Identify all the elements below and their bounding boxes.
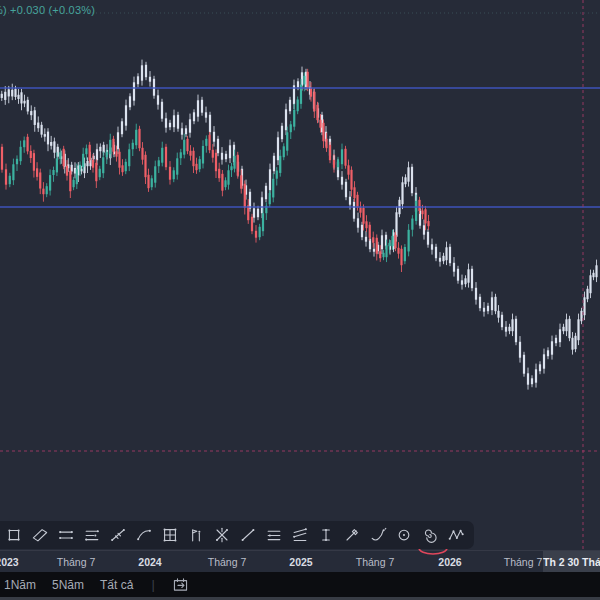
tool-rectangle-button[interactable] [4, 524, 24, 546]
flat-channel-icon [82, 525, 102, 545]
axis-label-2025: 2025 [289, 551, 312, 573]
drawing-toolbar [0, 521, 474, 549]
circle-icon [394, 525, 414, 545]
tool-xabcd-pattern-button[interactable] [446, 524, 466, 546]
tool-spiral-button[interactable] [420, 524, 440, 546]
crosshair-date-label: Th 2 30 Tháng [543, 551, 600, 573]
range-all-button[interactable]: Tất cả [100, 578, 133, 592]
gann-box-icon [160, 525, 180, 545]
parallel-channel-icon [56, 525, 76, 545]
tool-brush-button[interactable] [368, 524, 388, 546]
tool-gann-box-button[interactable] [160, 524, 180, 546]
tool-gann-fan-button[interactable] [212, 524, 232, 546]
tool-flat-channel-button[interactable] [82, 524, 102, 546]
price-range-icon [316, 525, 336, 545]
trading-chart-window: %) +0.030 (+0.03%) Th 2 30 Tháng 2023Thá… [0, 0, 600, 600]
xabcd-pattern-icon [446, 525, 466, 545]
tool-horizontal-rays-button[interactable] [264, 524, 284, 546]
tool-parallel-channel-button[interactable] [56, 524, 76, 546]
tool-price-range-button[interactable] [316, 524, 336, 546]
axis-label-month: Tháng 7 [356, 551, 395, 573]
gann-fan-icon [212, 525, 232, 545]
price-chart[interactable]: %) +0.030 (+0.03%) [0, 0, 600, 550]
tool-trend-line-button[interactable] [238, 524, 258, 546]
trend-angle-icon [108, 525, 128, 545]
rectangle-icon [4, 525, 24, 545]
axis-label-2023: 2023 [0, 551, 19, 573]
go-to-date-calendar-icon [171, 575, 190, 594]
tool-trend-angle-button[interactable] [108, 524, 128, 546]
bottom-bar-divider: | [151, 577, 154, 592]
axis-label-month: Tháng 7 [504, 551, 543, 573]
range-5year-button[interactable]: 5Năm [52, 578, 84, 592]
disjoint-channel-icon [290, 525, 310, 545]
axis-label-2024: 2024 [138, 551, 161, 573]
time-axis[interactable]: Th 2 30 Tháng 2023Tháng 72024Tháng 72025… [0, 550, 600, 572]
price-label-icon [186, 525, 206, 545]
candlestick-canvas[interactable] [0, 0, 600, 550]
tool-arrow-marker-button[interactable] [342, 524, 362, 546]
rotated-rectangle-icon [30, 525, 50, 545]
arrow-marker-icon [342, 525, 362, 545]
horizontal-rays-icon [264, 525, 284, 545]
symbol-change-legend: %) +0.030 (+0.03%) [0, 4, 95, 16]
tool-circle-button[interactable] [394, 524, 414, 546]
go-to-date-button[interactable] [171, 575, 190, 594]
spiral-icon [420, 525, 440, 545]
brush-icon [368, 525, 388, 545]
axis-label-month: Tháng 7 [57, 551, 96, 573]
trend-line-icon [238, 525, 258, 545]
range-1year-button[interactable]: 1Năm [4, 578, 36, 592]
projection-candles [1, 60, 598, 390]
tool-curve-button[interactable] [134, 524, 154, 546]
axis-label-month: Tháng 7 [208, 551, 247, 573]
tool-disjoint-channel-button[interactable] [290, 524, 310, 546]
tool-rotated-rectangle-button[interactable] [30, 524, 50, 546]
tool-price-label-button[interactable] [186, 524, 206, 546]
range-selector-bar: 1Năm 5Năm Tất cả | [0, 572, 600, 597]
curve-icon [134, 525, 154, 545]
